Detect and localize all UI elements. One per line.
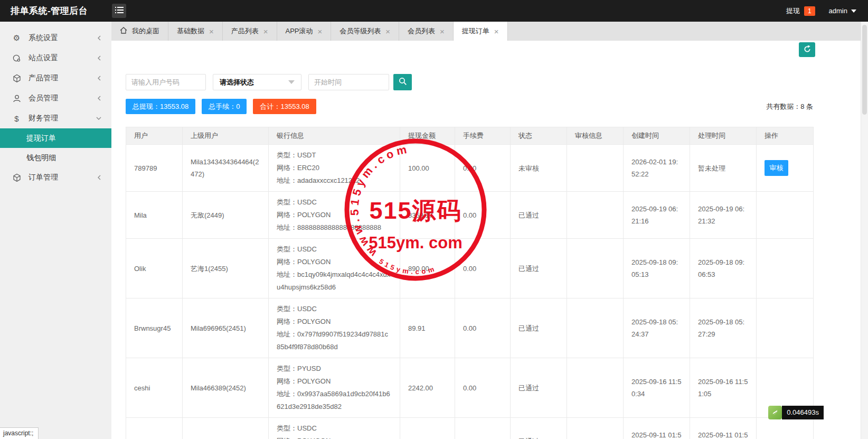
cell-actions (757, 239, 814, 298)
table-row: Brwnsugr45 Mila696965(2451) 类型：USDC 网络：P… (126, 298, 814, 358)
cell-bank-info: 类型：USDC 网络：POLYGON 地址：0x797fd9907f519234… (269, 298, 400, 358)
cell-amount: 118.00 (400, 418, 455, 439)
search-icon (399, 77, 407, 87)
total-withdraw-button[interactable]: 总提现：13553.08 (126, 99, 195, 114)
browser-status-text: javascript:; (0, 427, 39, 439)
cell-created-time: 2025-09-16 11:50:34 (624, 358, 690, 418)
sum-button[interactable]: 合计：13553.08 (253, 99, 316, 114)
close-icon[interactable]: × (494, 27, 499, 35)
cell-user: ceshi (126, 358, 183, 418)
cell-audit-info (567, 358, 624, 418)
cell-parent-user: Mila696965(2451) (183, 298, 269, 358)
cell-parent-user: 艺海1(2455) (183, 239, 269, 298)
chevron-left-icon (97, 75, 102, 81)
tab-basic-data[interactable]: 基础数据 × (168, 22, 223, 41)
status-select[interactable]: 请选择状态 (213, 74, 301, 90)
close-icon[interactable]: × (385, 27, 390, 35)
cell-created-time: 2025-09-11 01:54:50 (624, 418, 690, 439)
bank-network-label: 网络： (277, 437, 297, 439)
filter-row: 请选择状态 (126, 74, 813, 90)
dollar-icon: $ (12, 114, 21, 123)
col-audit-info: 审核信息 (567, 127, 624, 145)
bank-type-value: USDT (297, 151, 316, 159)
scrollbar-thumb[interactable] (862, 25, 867, 115)
close-icon[interactable]: × (263, 27, 268, 35)
total-fee-button[interactable]: 总手续：0 (202, 99, 247, 114)
bank-type-label: 类型： (277, 245, 297, 253)
user-number-input[interactable] (126, 74, 206, 90)
cell-processed-time: 2025-09-16 11:51:05 (690, 358, 757, 418)
cell-parent-user: 无敌(2449) (183, 192, 269, 239)
bank-network-label: 网络： (277, 164, 297, 172)
cell-status: 已通过 (511, 239, 567, 298)
cell-amount: 8359.17 (400, 192, 455, 239)
audit-button[interactable]: 审核 (765, 160, 788, 176)
withdraw-label: 提现 (786, 6, 800, 16)
tab-member-list[interactable]: 会员列表 × (399, 22, 454, 41)
bank-address-label: 地址： (277, 223, 297, 231)
col-actions: 操作 (757, 127, 814, 145)
bank-type-label: 类型： (277, 198, 297, 206)
tab-withdraw-orders[interactable]: 提现订单 × (454, 22, 508, 41)
cell-processed-time: 暂未处理 (690, 145, 757, 192)
sidebar-item-wallet-details[interactable]: 钱包明细 (0, 148, 111, 167)
start-time-input[interactable] (308, 74, 389, 90)
cell-created-time: 2025-09-18 09:05:13 (624, 239, 690, 298)
sidebar-item-product-management[interactable]: 产品管理 (0, 68, 111, 88)
user-menu[interactable]: admin (829, 7, 856, 15)
tab-product-list[interactable]: 产品列表 × (223, 22, 277, 41)
sidebar-item-member-management[interactable]: 会员管理 (0, 88, 111, 108)
col-processed-time: 处理时间 (690, 127, 757, 145)
chevron-left-icon (97, 174, 102, 181)
cube-icon (12, 74, 21, 83)
bank-network-label: 网络： (277, 377, 297, 385)
close-icon[interactable]: × (209, 27, 214, 35)
sidebar-child-label: 提现订单 (26, 134, 56, 143)
table-row: Olik 艺海1(2455) 类型：USDC 网络：POLYGON 地址：bc1… (126, 239, 814, 298)
refresh-icon (803, 45, 812, 55)
sidebar-item-order-management[interactable]: 订单管理 (0, 167, 111, 188)
sidebar-item-site-settings[interactable]: 站点设置 (0, 48, 111, 68)
cell-status: 已通过 (511, 192, 567, 239)
search-button[interactable] (393, 74, 412, 90)
cell-bank-info: 类型：USDC 网络：POLYGON 地址：888888888888888888… (269, 192, 400, 239)
sidebar-child-label: 钱包明细 (26, 153, 56, 163)
cell-status: 已通过 (511, 418, 567, 439)
top-bar: 排单系统-管理后台 提现 1 admin (0, 0, 868, 22)
cell-user: Brwnsugr45 (126, 298, 183, 358)
cell-bank-info: 类型：USDC 网络：POLYGON 地址：bc1qy09k4jmxalqd4c… (269, 239, 400, 298)
bank-address-label: 地址： (277, 390, 297, 398)
tab-member-level-list[interactable]: 会员等级列表 × (331, 22, 399, 41)
close-icon[interactable]: × (318, 27, 323, 35)
sidebar-item-system-settings[interactable]: ⚙ 系统设置 (0, 28, 111, 48)
bank-address-label: 地址： (277, 176, 297, 184)
tab-label: 基础数据 (177, 26, 204, 36)
close-icon[interactable]: × (440, 27, 445, 35)
col-amount: 提现金额 (400, 127, 455, 145)
tab-app-scroll[interactable]: APP滚动 × (277, 22, 332, 41)
menu-list-icon (115, 6, 124, 16)
chevron-left-icon (97, 55, 102, 61)
sidebar-item-withdraw-orders[interactable]: 提现订单 (0, 128, 111, 148)
cell-audit-info (567, 145, 624, 192)
sidebar-toggle-button[interactable] (112, 4, 126, 18)
withdraw-notice-button[interactable]: 提现 1 (786, 6, 815, 16)
bank-network-label: 网络： (277, 258, 297, 266)
record-count: 共有数据：8 条 (766, 102, 813, 111)
cell-processed-time: 2025-09-18 05:27:29 (690, 298, 757, 358)
cell-user: 789789 (126, 145, 183, 192)
bank-type-label: 类型： (277, 151, 297, 159)
page-scrollbar[interactable] (861, 22, 868, 439)
table-row: Mila 无敌(2449) 类型：USDC 网络：POLYGON 地址：8888… (126, 192, 814, 239)
cell-audit-info (567, 192, 624, 239)
refresh-button[interactable] (799, 42, 815, 57)
cell-audit-info (567, 418, 624, 439)
cell-actions (757, 192, 814, 239)
cell-fee: 0.00 (455, 192, 511, 239)
cell-processed-time: 2025-09-19 06:21:32 (690, 192, 757, 239)
cell-bank-info: 类型：PYUSD 网络：POLYGON 地址：0x9937aa5869a1d9c… (269, 358, 400, 418)
sidebar-item-finance-management[interactable]: $ 财务管理 (0, 108, 111, 128)
bank-network-value: POLYGON (297, 258, 331, 266)
tab-desktop[interactable]: 我的桌面 (111, 22, 168, 41)
cell-audit-info (567, 298, 624, 358)
